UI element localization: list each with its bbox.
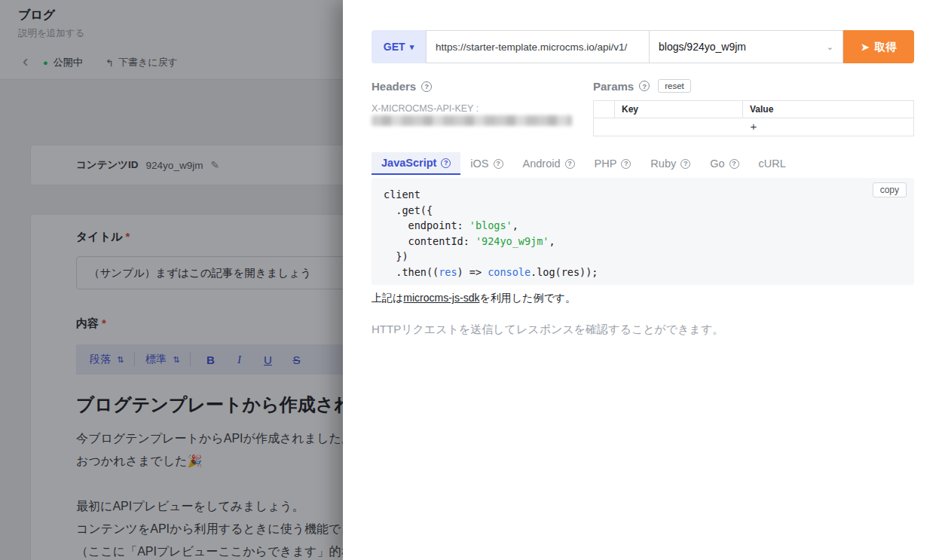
endpoint-value: blogs/924yo_w9jm (659, 41, 746, 53)
reset-button[interactable]: reset (658, 79, 691, 93)
param-key-header: Key (615, 101, 743, 118)
fetch-button-label: 取得 (874, 40, 896, 54)
param-handle-column (594, 101, 615, 118)
help-icon[interactable]: ? (421, 81, 432, 92)
code-line: contentId: '924yo_w9jm', (384, 234, 902, 249)
http-method-label: GET (384, 41, 405, 53)
help-icon[interactable]: ? (565, 159, 575, 169)
help-icon[interactable]: ? (680, 159, 690, 169)
panel-description: HTTPリクエストを送信してレスポンスを確認することができます。 (372, 323, 723, 337)
help-icon[interactable]: ? (441, 158, 451, 168)
help-icon[interactable]: ? (621, 159, 631, 169)
sdk-note-suffix: を利用した例です。 (479, 292, 576, 304)
base-url-text: https://starter-template.microcms.io/api… (436, 41, 627, 53)
param-value-header: Value (743, 101, 913, 118)
sdk-link[interactable]: microcms-js-sdk (403, 292, 479, 304)
params-section-title: Params ? reset (593, 79, 691, 93)
language-tabs: JavaScript?iOS?Android?PHP?Ruby?Go?cURL (372, 152, 914, 175)
code-line: .get({ (384, 203, 902, 219)
tab-label: JavaScript (381, 157, 436, 169)
sdk-note-prefix: 上記は (372, 292, 403, 304)
code-block: client .get({ endpoint: 'blogs', content… (372, 178, 914, 285)
code-line: .then((res) => console.log(res)); (384, 265, 902, 280)
help-icon[interactable]: ? (729, 159, 739, 169)
endpoint-input[interactable]: blogs/924yo_w9jm ⌄ (649, 30, 843, 63)
screen: ブログ 説明を追加する ‹ ● 公開中 ↰ 下書きに戻す コンテンツID 924… (0, 0, 945, 560)
headers-title-text: Headers (372, 80, 416, 93)
tab-label: PHP (595, 158, 617, 170)
help-icon[interactable]: ? (639, 81, 650, 91)
tab-label: Go (710, 158, 724, 170)
code-line: client (384, 187, 902, 203)
tab-android[interactable]: Android? (513, 152, 585, 175)
tab-label: Android (523, 158, 561, 170)
code-line: endpoint: 'blogs', (384, 218, 902, 234)
tab-label: Ruby (650, 158, 676, 170)
request-bar: GET ▾ https://starter-template.microcms.… (372, 30, 914, 63)
help-icon[interactable]: ? (494, 159, 503, 169)
sdk-note: 上記はmicrocms-js-sdkを利用した例です。 (372, 292, 576, 305)
base-url: https://starter-template.microcms.io/api… (426, 30, 650, 63)
params-table-header: Key Value (594, 101, 913, 118)
api-key-label: X-MICROCMS-API-KEY : (372, 103, 479, 114)
tab-ios[interactable]: iOS? (460, 152, 512, 175)
params-table: Key Value + (593, 100, 914, 136)
copy-button[interactable]: copy (873, 182, 907, 197)
tab-curl[interactable]: cURL (749, 152, 796, 175)
api-key-redacted-value (372, 115, 572, 126)
params-title-text: Params (593, 80, 634, 93)
headers-section-title: Headers ? (372, 80, 432, 93)
tab-label: iOS (470, 158, 488, 170)
code-block-lines: client .get({ endpoint: 'blogs', content… (384, 187, 902, 280)
send-icon: ➤ (861, 41, 870, 53)
api-preview-panel: GET ▾ https://starter-template.microcms.… (343, 0, 945, 560)
tab-label: cURL (759, 158, 786, 170)
fetch-button[interactable]: ➤ 取得 (843, 30, 914, 63)
chevron-down-icon: ▾ (410, 42, 414, 52)
tab-go[interactable]: Go? (700, 152, 748, 175)
tab-javascript[interactable]: JavaScript? (372, 152, 460, 175)
code-line: }) (384, 249, 902, 265)
tab-php[interactable]: PHP? (585, 152, 641, 175)
add-param-button[interactable]: + (594, 118, 913, 136)
chevron-down-icon: ⌄ (827, 42, 833, 52)
http-method-select[interactable]: GET ▾ (372, 30, 426, 63)
tab-ruby[interactable]: Ruby? (641, 152, 700, 175)
